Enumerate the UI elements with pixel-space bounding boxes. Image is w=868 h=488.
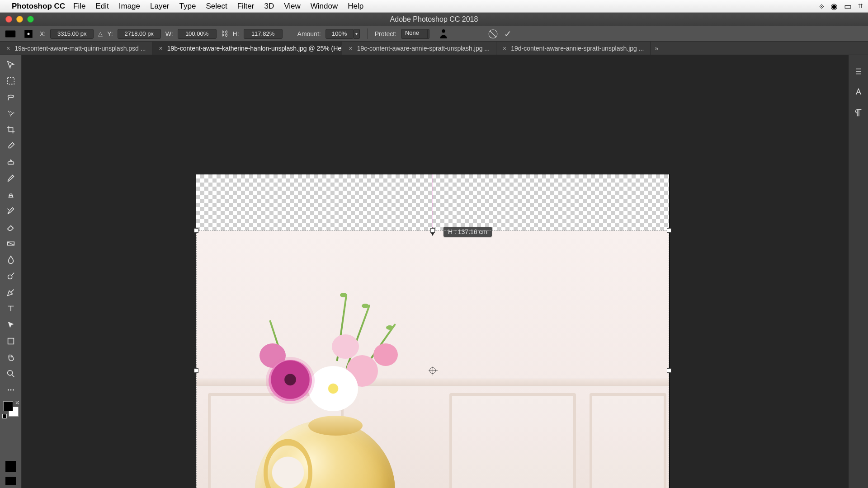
window-controls	[5, 16, 34, 23]
quick-mask-icon[interactable]	[3, 460, 19, 473]
tabs-overflow-icon[interactable]: »	[651, 42, 662, 55]
svg-rect-5	[8, 162, 14, 164]
protect-select[interactable]: None	[401, 29, 428, 39]
crop-tool-icon[interactable]	[3, 123, 19, 136]
tool-preset-icon[interactable]	[4, 28, 17, 39]
menu-edit[interactable]: Edit	[95, 2, 108, 11]
move-tool-icon[interactable]	[3, 58, 19, 71]
healing-brush-tool-icon[interactable]	[3, 155, 19, 169]
menu-filter[interactable]: Filter	[237, 2, 255, 11]
right-panel-dock	[848, 55, 868, 488]
document-canvas[interactable]: ▲▼ H : 137.16 cm	[196, 174, 669, 488]
reference-point-icon[interactable]	[22, 28, 35, 39]
close-icon[interactable]: ×	[6, 45, 10, 52]
default-colors-icon[interactable]	[2, 414, 7, 418]
svg-point-2	[28, 33, 30, 35]
menubar-right-icons: ⟐ ◉ ▭ ⌗	[819, 1, 863, 11]
clone-stamp-tool-icon[interactable]	[3, 188, 19, 202]
tools-panel: ⤭	[0, 55, 22, 488]
image-content	[196, 230, 669, 488]
hand-tool-icon[interactable]	[3, 351, 19, 364]
svg-rect-8	[8, 338, 14, 344]
document-tab[interactable]: × 19a-content-aware-matt-quinn-unsplash.…	[0, 42, 152, 55]
quick-select-tool-icon[interactable]	[3, 107, 19, 120]
properties-panel-icon[interactable]	[852, 65, 865, 78]
foreground-color-swatch[interactable]	[3, 401, 13, 411]
document-tab[interactable]: × 19d-content-aware-annie-spratt-unsplas…	[496, 42, 651, 55]
zoom-tool-icon[interactable]	[3, 367, 19, 380]
path-select-tool-icon[interactable]	[3, 318, 19, 332]
menu-3d[interactable]: 3D	[264, 2, 274, 11]
menu-window[interactable]: Window	[311, 2, 338, 11]
svg-point-14	[8, 464, 14, 469]
close-icon[interactable]: ×	[503, 45, 506, 52]
document-tab[interactable]: × 19b-content-aware-katherine-hanlon-uns…	[152, 42, 342, 55]
display-icon[interactable]: ▭	[844, 1, 852, 11]
menu-file[interactable]: File	[73, 2, 85, 11]
shape-tool-icon[interactable]	[3, 334, 19, 348]
dropbox-icon[interactable]: ⟐	[819, 1, 824, 11]
close-icon[interactable]: ×	[349, 45, 352, 52]
menu-view[interactable]: View	[284, 2, 301, 11]
svg-point-3	[442, 29, 445, 33]
brush-tool-icon[interactable]	[3, 172, 19, 185]
amount-field[interactable]	[326, 29, 354, 39]
menu-layer[interactable]: Layer	[150, 2, 170, 11]
paragraph-panel-icon[interactable]	[852, 107, 865, 119]
protect-skin-icon[interactable]	[437, 28, 450, 39]
pen-tool-icon[interactable]	[3, 286, 19, 299]
menu-image[interactable]: Image	[119, 2, 140, 11]
commit-transform-icon[interactable]: ✓	[504, 28, 512, 39]
edit-toolbar-icon[interactable]	[3, 383, 19, 397]
svg-point-11	[10, 389, 11, 391]
menu-type[interactable]: Type	[179, 2, 196, 11]
document-tabs: × 19a-content-aware-matt-quinn-unsplash.…	[0, 42, 868, 55]
eyedropper-tool-icon[interactable]	[3, 139, 19, 153]
character-panel-icon[interactable]	[852, 86, 865, 99]
blur-tool-icon[interactable]	[3, 253, 19, 267]
history-brush-tool-icon[interactable]	[3, 204, 19, 218]
x-label: X:	[40, 30, 46, 38]
tab-label: 19d-content-aware-annie-spratt-unsplash.…	[511, 45, 644, 52]
svg-point-10	[8, 389, 9, 391]
h-field[interactable]	[244, 29, 283, 39]
menu-help[interactable]: Help	[348, 2, 363, 11]
link-aspect-icon[interactable]: ⛓	[221, 30, 228, 38]
window-title: Adobe Photoshop CC 2018	[0, 15, 868, 23]
svg-rect-0	[5, 30, 16, 37]
type-tool-icon[interactable]	[3, 302, 19, 315]
dodge-tool-icon[interactable]	[3, 269, 19, 283]
close-icon[interactable]: ×	[159, 45, 162, 52]
close-window-button[interactable]	[5, 16, 12, 23]
swap-colors-icon[interactable]: ⤭	[15, 399, 19, 406]
y-field[interactable]	[118, 29, 161, 39]
options-bar: X: △ Y: W: ⛓ H: Amount: ▾ Protect: None …	[0, 26, 868, 42]
transform-measure-tooltip: H : 137.16 cm	[443, 227, 492, 237]
screen-mode-icon[interactable]	[3, 475, 19, 488]
lasso-tool-icon[interactable]	[3, 90, 19, 104]
gradient-tool-icon[interactable]	[3, 237, 19, 250]
svg-point-9	[7, 371, 12, 375]
x-field[interactable]	[50, 29, 94, 39]
amount-dropdown[interactable]: ▾	[354, 29, 360, 39]
eraser-tool-icon[interactable]	[3, 221, 19, 234]
protect-label: Protect:	[375, 30, 396, 38]
app-name[interactable]: Photoshop CC	[12, 2, 65, 11]
status-icon[interactable]: ⌗	[858, 1, 863, 11]
tab-label: 19b-content-aware-katherine-hanlon-unspl…	[167, 45, 343, 52]
menu-select[interactable]: Select	[206, 2, 227, 11]
zoom-window-button[interactable]	[27, 16, 34, 23]
color-swatches[interactable]: ⤭	[3, 401, 19, 417]
document-tab[interactable]: × 19c-content-aware-annie-spratt-unsplas…	[342, 42, 496, 55]
cc-sync-icon[interactable]: ◉	[830, 1, 838, 11]
triangle-icon[interactable]: △	[98, 30, 103, 37]
svg-point-12	[13, 389, 14, 391]
tab-label: 19c-content-aware-annie-spratt-unsplash.…	[357, 45, 490, 52]
w-field[interactable]	[178, 29, 217, 39]
canvas-area[interactable]: ▲▼ H : 137.16 cm	[22, 55, 848, 488]
h-label: H:	[233, 30, 239, 38]
minimize-window-button[interactable]	[16, 16, 23, 23]
amount-label: Amount:	[297, 30, 321, 38]
marquee-tool-icon[interactable]	[3, 74, 19, 88]
window-titlebar: Adobe Photoshop CC 2018	[0, 13, 868, 26]
